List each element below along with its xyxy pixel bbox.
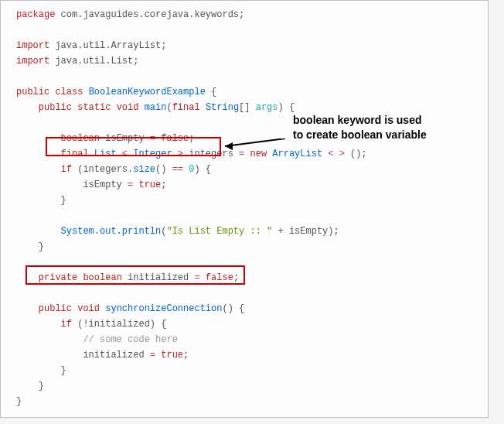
code-line-12: isEmpty = true;: [1, 177, 488, 193]
kw-static: static: [72, 102, 111, 113]
code-line-16: }: [1, 239, 488, 255]
annotation-line-2: to create boolean variable: [293, 128, 427, 142]
code-line-25: }: [1, 378, 488, 394]
blank-line: [1, 69, 488, 84]
kw-final: final: [16, 149, 89, 159]
blank-line: [1, 22, 488, 38]
type-string: String: [200, 102, 239, 113]
kw-void: void: [72, 303, 100, 314]
kw-package: package: [16, 9, 55, 20]
code-line-22: // some code here: [1, 332, 488, 347]
kw-true: true: [155, 350, 183, 361]
kw-public: public: [16, 102, 72, 113]
kw-void: void: [111, 102, 138, 113]
code-line-11: if (integers.size() == 0) {: [1, 162, 488, 177]
kw-new: new: [244, 149, 267, 159]
comment: // some code here: [16, 334, 178, 345]
kw-private: private: [16, 272, 77, 283]
code-line-24: }: [1, 363, 488, 378]
kw-public: public: [16, 87, 49, 97]
string-literal: "Is List Empty :: ": [166, 226, 272, 237]
kw-public: public: [16, 303, 72, 314]
code-line-20: public void synchronizeConnection() {: [1, 301, 488, 316]
kw-final: final: [172, 102, 200, 113]
kw-boolean: boolean: [16, 133, 100, 144]
param-args: args: [250, 102, 278, 113]
code-line-13: }: [1, 193, 488, 208]
class-name: BooleanKeywordExample: [83, 87, 205, 97]
code-line-23: initialized = true;: [1, 347, 488, 363]
kw-if: if: [16, 319, 72, 330]
code-line-3: import java.util.ArrayList;: [1, 38, 488, 53]
kw-true: true: [133, 180, 161, 190]
kw-if: if: [16, 164, 72, 175]
method-name: synchronizeConnection: [100, 303, 222, 314]
code-line-4: import java.util.List;: [1, 53, 488, 69]
blank-line: [1, 208, 488, 224]
code-line-6: public class BooleanKeywordExample {: [1, 84, 488, 100]
kw-import: import: [16, 40, 49, 51]
code-container: package com.javaguides.corejava.keywords…: [0, 0, 489, 418]
kw-import: import: [16, 56, 49, 67]
kw-false: false: [200, 272, 233, 283]
blank-line: [1, 286, 488, 301]
kw-class: class: [49, 87, 83, 97]
code-line-21: if (!initialized) {: [1, 316, 488, 332]
blank-line: [1, 255, 488, 270]
code-line-18: private boolean initialized = false;: [1, 270, 488, 286]
code-line-15: System.out.println("Is List Empty :: " +…: [1, 224, 488, 239]
method-main: main: [138, 102, 166, 113]
code-line-10: final List < Integer > integers = new Ar…: [1, 146, 488, 162]
code-line-26: }: [1, 394, 488, 409]
kw-boolean: boolean: [77, 272, 122, 283]
annotation-text: boolean keyword is used to create boolea…: [293, 113, 427, 142]
kw-false: false: [155, 133, 189, 144]
code-line-1: package com.javaguides.corejava.keywords…: [1, 7, 488, 22]
annotation-line-1: boolean keyword is used: [293, 113, 427, 128]
